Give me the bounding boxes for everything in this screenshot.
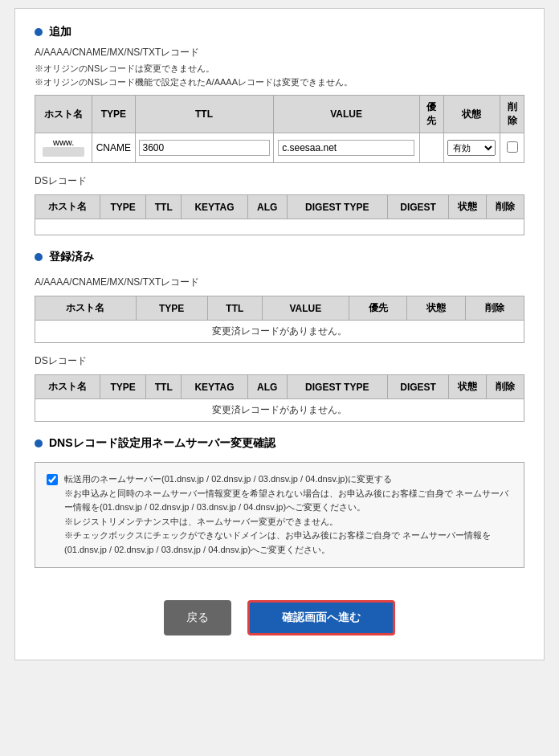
col-value: VALUE xyxy=(273,96,419,133)
add-main-table-wrap: ホスト名 TYPE TTL VALUE 優先 状態 削除 www. CNAME xyxy=(35,95,524,163)
dns-confirm-line-2: ※お申込みと同時のネームサーバー情報変更を希望されない場合は、お申込み後にお客様… xyxy=(64,487,512,515)
registered-dot xyxy=(35,253,43,261)
add-row-priority xyxy=(419,133,443,163)
dns-confirm-checkbox[interactable] xyxy=(47,474,58,485)
ds-col-keytag: KEYTAG xyxy=(182,195,248,219)
add-section-title: 追加 xyxy=(35,25,524,39)
ds-col-ttl: TTL xyxy=(146,195,182,219)
add-ds-label: DSレコード xyxy=(35,174,524,188)
ds-col-type: TYPE xyxy=(100,195,145,219)
add-row-status: 有効 無効 xyxy=(443,133,500,163)
dns-confirm-section-divider: DNSレコード設定用ネームサーバー変更確認 xyxy=(35,436,524,451)
dns-confirm-line-4: ※チェックボックスにチェックができないドメインは、お申込み後にお客様ご自身で ネ… xyxy=(64,529,512,557)
reg-ds-col-digest: DIGEST xyxy=(388,375,449,399)
registered-section-divider: 登録済み xyxy=(35,250,524,264)
dns-confirm-line-3: ※レジストリメンテナンス中は、ネームサーバー変更ができません。 xyxy=(64,515,512,529)
add-row-host: www. xyxy=(35,133,92,163)
reg-col-priority: 優先 xyxy=(349,296,407,321)
col-host: ホスト名 xyxy=(35,96,92,133)
add-row-type: CNAME xyxy=(92,133,135,163)
add-row-value xyxy=(273,133,419,163)
dns-confirm-text: 転送用のネームサーバー(01.dnsv.jp / 02.dnsv.jp / 03… xyxy=(64,472,512,558)
value-input[interactable] xyxy=(278,140,414,156)
registered-ds-table-wrap: ホスト名 TYPE TTL KEYTAG ALG DIGEST TYPE DIG… xyxy=(35,374,524,422)
add-title-text: 追加 xyxy=(49,25,71,39)
registered-main-empty-text: 変更済レコードがありません。 xyxy=(35,321,524,343)
add-dot xyxy=(35,28,43,36)
col-type: TYPE xyxy=(92,96,135,133)
reg-col-value: VALUE xyxy=(263,296,349,321)
ds-col-host: ホスト名 xyxy=(35,195,100,219)
ds-col-status: 状態 xyxy=(449,195,487,219)
add-main-row: www. CNAME 有効 無効 xyxy=(35,133,524,163)
reg-ds-col-digest-type: DIGEST TYPE xyxy=(287,375,387,399)
reg-col-status: 状態 xyxy=(407,296,466,321)
registered-ds-empty-row: 変更済レコードがありません。 xyxy=(35,399,524,422)
add-row-delete xyxy=(500,133,524,163)
registered-section-title: 登録済み xyxy=(35,250,524,264)
reg-ds-col-ttl: TTL xyxy=(146,375,182,399)
ds-col-alg: ALG xyxy=(247,195,287,219)
registered-ds-table: ホスト名 TYPE TTL KEYTAG ALG DIGEST TYPE DIG… xyxy=(35,374,524,422)
registered-main-table: ホスト名 TYPE TTL VALUE 優先 状態 削除 変更済レコードがありま… xyxy=(35,296,524,343)
reg-ds-col-status: 状態 xyxy=(449,375,487,399)
reg-col-host: ホスト名 xyxy=(35,296,137,321)
col-delete: 削除 xyxy=(500,96,524,133)
dns-confirm-checkbox-area xyxy=(47,474,58,490)
status-select[interactable]: 有効 無効 xyxy=(447,140,496,156)
reg-ds-col-keytag: KEYTAG xyxy=(182,375,248,399)
delete-checkbox-add[interactable] xyxy=(507,141,518,153)
registered-main-table-wrap: ホスト名 TYPE TTL VALUE 優先 状態 削除 変更済レコードがありま… xyxy=(35,296,524,343)
confirm-button[interactable]: 確認画面へ進む xyxy=(247,600,395,635)
dns-confirm-box: 転送用のネームサーバー(01.dnsv.jp / 02.dnsv.jp / 03… xyxy=(35,462,524,568)
dns-confirm-section-title: DNSレコード設定用ネームサーバー変更確認 xyxy=(35,436,524,451)
reg-col-delete: 削除 xyxy=(466,296,524,321)
add-note-1: ※オリジンのNSレコードは変更できません。 xyxy=(35,63,524,75)
add-note-2: ※オリジンのNSレコード機能で設定されたA/AAAAレコードは変更できません。 xyxy=(35,76,524,88)
reg-ds-col-delete: 削除 xyxy=(487,375,524,399)
reg-ds-col-host: ホスト名 xyxy=(35,375,100,399)
add-main-table: ホスト名 TYPE TTL VALUE 優先 状態 削除 www. CNAME xyxy=(35,95,524,163)
col-priority: 優先 xyxy=(419,96,443,133)
col-status: 状態 xyxy=(443,96,500,133)
reg-ds-col-alg: ALG xyxy=(247,375,287,399)
dns-confirm-dot xyxy=(35,439,43,447)
add-record-label: A/AAAA/CNAME/MX/NS/TXTレコード xyxy=(35,46,524,59)
ds-col-digest: DIGEST xyxy=(388,195,449,219)
dns-confirm-line-1: 転送用のネームサーバー(01.dnsv.jp / 02.dnsv.jp / 03… xyxy=(64,472,512,487)
registered-main-empty-row: 変更済レコードがありません。 xyxy=(35,321,524,343)
registered-record-label: A/AAAA/CNAME/MX/NS/TXTレコード xyxy=(35,276,524,289)
ds-col-digest-type: DIGEST TYPE xyxy=(287,195,387,219)
registered-ds-label: DSレコード xyxy=(35,354,524,368)
add-ds-table: ホスト名 TYPE TTL KEYTAG ALG DIGEST TYPE DIG… xyxy=(35,194,524,235)
page-container: 追加 A/AAAA/CNAME/MX/NS/TXTレコード ※オリジンのNSレコ… xyxy=(14,8,545,660)
ttl-input[interactable] xyxy=(139,140,270,156)
registered-ds-empty-text: 変更済レコードがありません。 xyxy=(35,399,524,422)
col-ttl: TTL xyxy=(135,96,273,133)
add-row-ttl xyxy=(135,133,273,163)
reg-col-type: TYPE xyxy=(136,296,207,321)
dns-confirm-title-text: DNSレコード設定用ネームサーバー変更確認 xyxy=(49,436,275,451)
back-button[interactable]: 戻る xyxy=(164,600,231,635)
add-ds-table-wrap: ホスト名 TYPE TTL KEYTAG ALG DIGEST TYPE DIG… xyxy=(35,194,524,235)
button-row: 戻る 確認画面へ進む xyxy=(35,600,524,635)
ds-col-delete: 削除 xyxy=(487,195,524,219)
reg-ds-col-type: TYPE xyxy=(100,375,145,399)
reg-col-ttl: TTL xyxy=(207,296,262,321)
registered-title-text: 登録済み xyxy=(49,250,94,264)
